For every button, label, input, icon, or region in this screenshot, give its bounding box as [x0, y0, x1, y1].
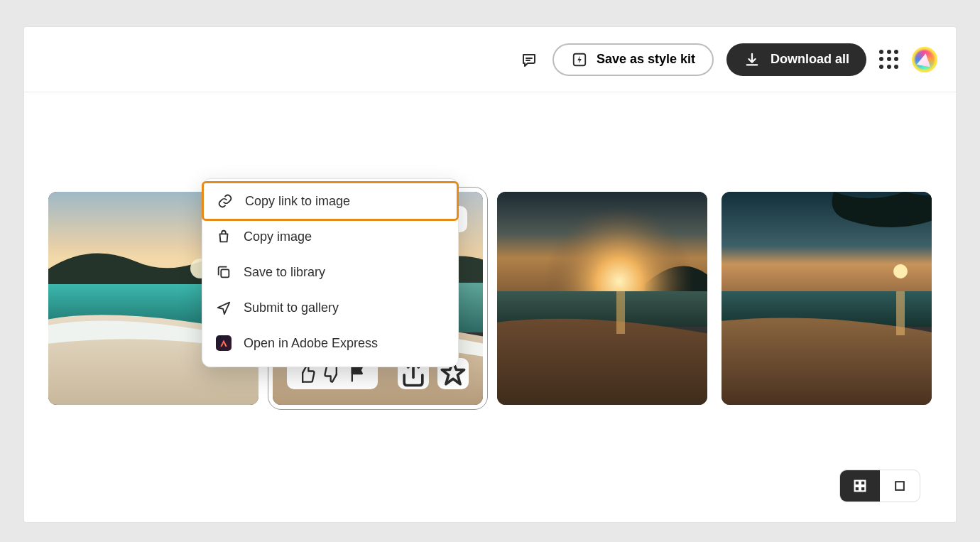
svg-rect-10: [616, 291, 625, 334]
adobe-express-icon: [215, 335, 232, 352]
save-style-kit-label: Save as style kit: [597, 52, 695, 67]
download-all-button[interactable]: Download all: [726, 43, 866, 76]
download-icon: [744, 51, 761, 68]
menu-item-submit-gallery[interactable]: Submit to gallery: [202, 290, 458, 325]
view-toggle: [839, 470, 920, 502]
menu-item-label: Save to library: [244, 265, 325, 280]
bolt-icon: [571, 51, 588, 68]
menu-item-label: Copy image: [244, 229, 312, 244]
menu-item-label: Open in Adobe Express: [244, 336, 378, 351]
menu-item-label: Submit to gallery: [244, 300, 339, 315]
svg-rect-17: [861, 481, 865, 485]
menu-item-label: Copy link to image: [245, 194, 350, 209]
link-icon: [217, 193, 234, 210]
avatar[interactable]: [912, 47, 937, 72]
thumbnail-3[interactable]: [497, 192, 707, 405]
paper-plane-icon: [215, 299, 232, 316]
shopping-bag-icon: [215, 228, 232, 245]
svg-rect-20: [895, 482, 904, 490]
view-single-button[interactable]: [880, 470, 920, 502]
context-menu: Copy link to image Copy image Save to li…: [202, 178, 459, 367]
apps-grid-icon[interactable]: [879, 50, 899, 70]
svg-rect-16: [855, 481, 859, 485]
svg-rect-15: [221, 269, 229, 277]
menu-item-copy-image[interactable]: Copy image: [202, 219, 458, 254]
copy-icon: [215, 264, 232, 281]
svg-rect-18: [855, 487, 859, 491]
gallery: nload: [24, 92, 956, 405]
save-style-kit-button[interactable]: Save as style kit: [552, 43, 714, 76]
menu-item-save-library[interactable]: Save to library: [202, 254, 458, 290]
download-all-label: Download all: [771, 52, 849, 67]
svg-rect-14: [896, 291, 905, 335]
svg-rect-19: [861, 487, 865, 491]
top-bar: Save as style kit Download all: [24, 27, 956, 92]
menu-item-open-express[interactable]: Open in Adobe Express: [202, 325, 458, 361]
feedback-icon[interactable]: [518, 49, 540, 70]
thumbnail-4[interactable]: [722, 192, 932, 405]
svg-point-12: [893, 264, 908, 278]
page-container: Save as style kit Download all: [24, 27, 956, 522]
view-grid-button[interactable]: [840, 470, 880, 502]
menu-item-copy-link[interactable]: Copy link to image: [204, 183, 457, 219]
